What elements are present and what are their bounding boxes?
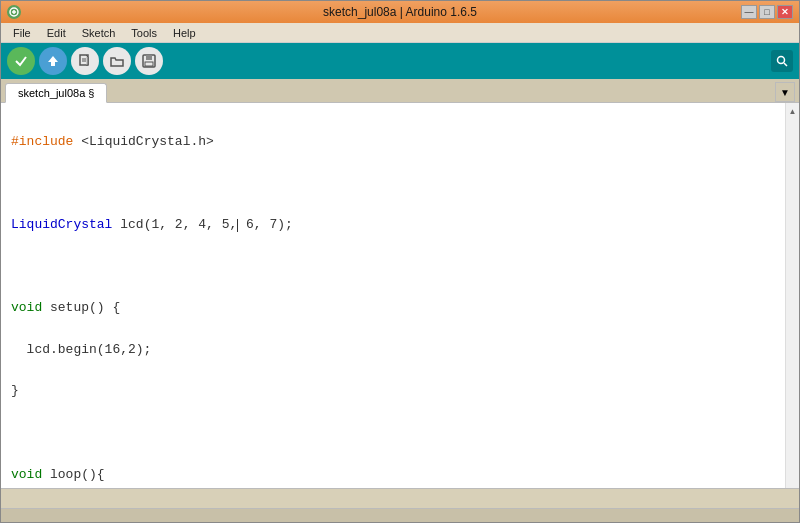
window-title: sketch_jul08a | Arduino 1.6.5 — [323, 5, 477, 19]
app-icon — [7, 5, 21, 19]
save-button[interactable] — [135, 47, 163, 75]
status-bar — [1, 488, 799, 508]
code-line-5: void setup() { — [11, 298, 775, 319]
search-button[interactable] — [771, 50, 793, 72]
menu-help[interactable]: Help — [165, 25, 204, 41]
upload-button[interactable] — [39, 47, 67, 75]
code-line-7: } — [11, 381, 775, 402]
title-bar: sketch_jul08a | Arduino 1.6.5 — □ ✕ — [1, 1, 799, 23]
maximize-button[interactable]: □ — [759, 5, 775, 19]
svg-rect-9 — [145, 62, 153, 66]
bottom-bar — [1, 508, 799, 522]
tab-scroll-button[interactable]: ▼ — [775, 82, 795, 102]
code-line-2 — [11, 173, 775, 194]
code-line-3: LiquidCrystal lcd(1, 2, 4, 5, 6, 7); — [11, 215, 775, 236]
menu-tools[interactable]: Tools — [123, 25, 165, 41]
code-line-6: lcd.begin(16,2); — [11, 340, 775, 361]
code-line-9: void loop(){ — [11, 465, 775, 486]
svg-point-10 — [778, 57, 785, 64]
title-bar-left — [7, 5, 21, 19]
code-line-4 — [11, 257, 775, 278]
scroll-up-arrow[interactable]: ▲ — [787, 105, 799, 118]
vertical-scrollbar[interactable]: ▲ — [785, 103, 799, 488]
verify-button[interactable] — [7, 47, 35, 75]
open-button[interactable] — [103, 47, 131, 75]
minimize-button[interactable]: — — [741, 5, 757, 19]
code-line-1: #include <LiquidCrystal.h> — [11, 132, 775, 153]
svg-rect-8 — [146, 55, 152, 60]
toolbar — [1, 43, 799, 79]
svg-line-11 — [784, 63, 787, 66]
tab-label: sketch_jul08a § — [18, 87, 94, 99]
title-bar-controls: — □ ✕ — [741, 5, 793, 19]
tab-bar: sketch_jul08a § ▼ — [1, 79, 799, 103]
editor-container: #include <LiquidCrystal.h> LiquidCrystal… — [1, 103, 799, 488]
menu-sketch[interactable]: Sketch — [74, 25, 124, 41]
menu-edit[interactable]: Edit — [39, 25, 74, 41]
close-button[interactable]: ✕ — [777, 5, 793, 19]
svg-marker-3 — [48, 56, 58, 66]
new-button[interactable] — [71, 47, 99, 75]
main-window: sketch_jul08a | Arduino 1.6.5 — □ ✕ File… — [0, 0, 800, 523]
code-editor[interactable]: #include <LiquidCrystal.h> LiquidCrystal… — [1, 103, 785, 488]
menu-file[interactable]: File — [5, 25, 39, 41]
menu-bar: File Edit Sketch Tools Help — [1, 23, 799, 43]
tab-sketch[interactable]: sketch_jul08a § — [5, 83, 107, 103]
code-line-8 — [11, 423, 775, 444]
